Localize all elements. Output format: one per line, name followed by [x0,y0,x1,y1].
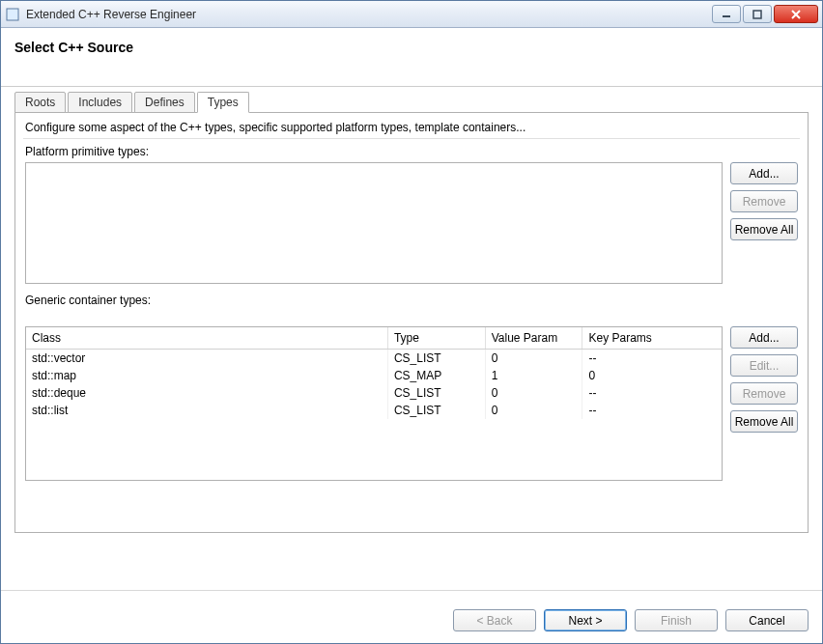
wizard-header: Select C++ Source [1,28,822,87]
minimize-button[interactable] [712,5,741,23]
cell-key_params: -- [582,350,722,368]
footer-separator [1,590,822,591]
col-header-key-params[interactable]: Key Params [582,327,722,350]
tab-defines[interactable]: Defines [134,92,195,113]
cell-type: CS_MAP [387,367,485,384]
window-controls [710,5,818,23]
generic-remove-button[interactable]: Remove [730,382,798,405]
maximize-button[interactable] [743,5,772,23]
cell-value_param: 0 [485,350,582,368]
col-header-class[interactable]: Class [26,327,387,350]
primitive-remove-all-button[interactable]: Remove All [730,218,798,240]
page-title: Select C++ Source [14,40,809,55]
finish-button[interactable]: Finish [635,609,718,631]
app-icon [5,7,20,22]
wizard-footer: < Back Next > Finish Cancel [453,609,809,631]
tab-types[interactable]: Types [197,92,249,113]
titlebar: Extended C++ Reverse Engineer [1,1,822,28]
cell-value_param: 0 [485,402,582,419]
cell-class: std::map [26,367,387,384]
cell-key_params: 0 [582,367,722,384]
tab-roots[interactable]: Roots [14,92,66,113]
generic-edit-button[interactable]: Edit... [730,354,798,377]
col-header-value-param[interactable]: Value Param [485,327,582,350]
generic-container-label: Generic container types: [25,294,798,307]
cell-value_param: 0 [485,384,582,402]
svg-rect-2 [753,11,761,18]
cell-key_params: -- [582,402,722,419]
col-header-type[interactable]: Type [387,327,485,350]
table-row[interactable]: std::dequeCS_LIST0-- [26,384,722,402]
cancel-button[interactable]: Cancel [725,609,809,631]
cell-class: std::list [26,402,387,419]
cell-value_param: 1 [485,367,582,384]
primitive-remove-button[interactable]: Remove [730,190,798,212]
cell-type: CS_LIST [387,350,485,368]
table-row[interactable]: std::listCS_LIST0-- [26,402,722,419]
cell-key_params: -- [582,384,722,402]
table-header-row: Class Type Value Param Key Params [26,327,722,350]
svg-rect-0 [7,9,18,20]
back-button[interactable]: < Back [453,609,536,631]
window-title: Extended C++ Reverse Engineer [26,8,710,21]
tabs-row: Roots Includes Defines Types [14,92,809,113]
divider [23,138,800,139]
next-button[interactable]: Next > [544,609,627,631]
tab-includes[interactable]: Includes [68,92,132,113]
table-row[interactable]: std::vectorCS_LIST0-- [26,350,722,368]
primitive-types-label: Platform primitive types: [25,145,798,158]
panel-description: Configure some aspect of the C++ types, … [25,121,798,134]
cell-type: CS_LIST [387,384,485,402]
primitive-types-listbox[interactable] [25,162,723,284]
table-row[interactable]: std::mapCS_MAP10 [26,367,722,384]
types-panel: Configure some aspect of the C++ types, … [14,112,809,533]
cell-class: std::vector [26,350,387,368]
generic-types-table[interactable]: Class Type Value Param Key Params std::v… [25,326,723,481]
cell-class: std::deque [26,384,387,402]
generic-remove-all-button[interactable]: Remove All [730,410,798,433]
close-button[interactable] [774,5,818,23]
cell-type: CS_LIST [387,402,485,419]
generic-add-button[interactable]: Add... [730,326,798,349]
primitive-add-button[interactable]: Add... [730,162,798,184]
